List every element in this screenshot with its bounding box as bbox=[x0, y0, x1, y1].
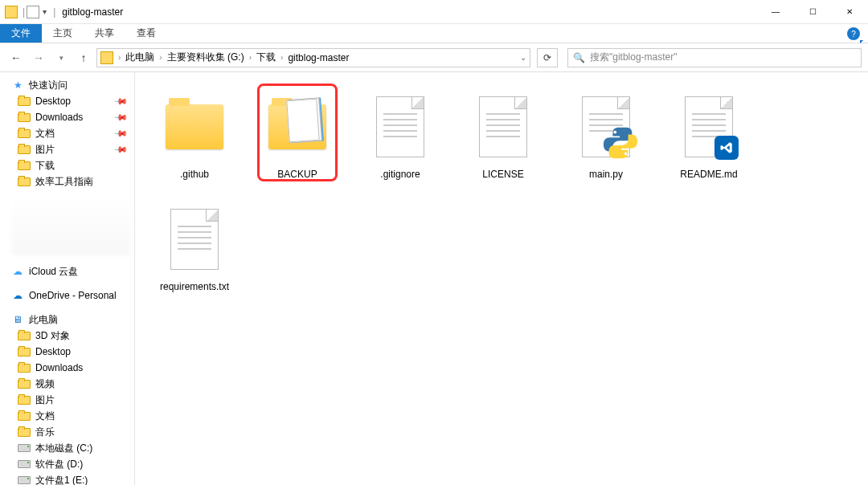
maximize-button[interactable]: ☐ bbox=[794, 0, 831, 24]
search-placeholder: 搜索"gitblog-master" bbox=[590, 51, 678, 64]
chevron-right-icon[interactable]: › bbox=[159, 53, 162, 62]
file-item[interactable]: LICENSE bbox=[452, 84, 555, 196]
refresh-button[interactable]: ⟳ bbox=[537, 48, 558, 67]
sidebar-item[interactable]: 视频 bbox=[0, 376, 134, 392]
folder-icon bbox=[166, 104, 223, 149]
search-icon: 🔍 bbox=[573, 52, 585, 63]
svg-point-1 bbox=[624, 153, 628, 156]
navigation-bar: ← → ▾ ↑ › 此电脑 › 主要资料收集 (G:) › 下载 › gitbl… bbox=[0, 43, 868, 72]
svg-point-0 bbox=[613, 131, 616, 134]
sidebar-item[interactable]: Desktop bbox=[0, 344, 134, 360]
sidebar-item[interactable]: 文件盘1 (E:) bbox=[0, 472, 134, 485]
quick-access-toolbar: ▾ bbox=[27, 6, 51, 18]
folder-icon bbox=[18, 364, 31, 373]
pc-icon: 🖥 bbox=[11, 313, 24, 326]
ribbon-tabs: 文件 主页 共享 查看 ? bbox=[0, 24, 868, 43]
file-label: main.py bbox=[589, 169, 623, 180]
folder-icon bbox=[5, 6, 18, 18]
tab-file[interactable]: 文件 bbox=[0, 24, 42, 43]
sidebar-item[interactable]: 效率工具指南 bbox=[0, 173, 134, 190]
file-item[interactable]: BACKUP bbox=[246, 84, 349, 196]
sidebar-item[interactable]: Downloads📌 bbox=[0, 109, 134, 125]
file-label: .github bbox=[180, 169, 209, 180]
folder-icon bbox=[18, 177, 31, 186]
search-input[interactable]: 🔍 搜索"gitblog-master" bbox=[567, 48, 862, 67]
file-item[interactable]: requirements.txt bbox=[143, 196, 246, 308]
crumb-downloads[interactable]: 下载 bbox=[253, 49, 279, 66]
folder-icon bbox=[18, 113, 31, 122]
sidebar-onedrive[interactable]: ☁OneDrive - Personal bbox=[0, 287, 134, 304]
file-icon bbox=[170, 209, 219, 270]
crumb-pc[interactable]: 此电脑 bbox=[122, 49, 158, 66]
title-bar: | ▾ | gitblog-master — ☐ ✕ bbox=[0, 0, 868, 24]
chevron-right-icon[interactable]: › bbox=[118, 53, 121, 62]
file-item[interactable]: README.md bbox=[657, 84, 760, 196]
sidebar-quick-access[interactable]: ★快速访问 bbox=[0, 77, 134, 93]
tab-view[interactable]: 查看 bbox=[125, 24, 167, 43]
folder-icon bbox=[18, 145, 31, 154]
tab-home[interactable]: 主页 bbox=[42, 24, 84, 43]
close-button[interactable]: ✕ bbox=[831, 0, 868, 24]
up-button[interactable]: ↑ bbox=[74, 48, 93, 67]
tab-share[interactable]: 共享 bbox=[84, 24, 125, 43]
cloud-icon: ☁ bbox=[11, 265, 24, 278]
star-icon: ★ bbox=[11, 79, 24, 92]
sidebar-this-pc[interactable]: 🖥此电脑 bbox=[0, 312, 134, 328]
title-sep2: | bbox=[53, 6, 55, 18]
file-item[interactable]: main.py bbox=[555, 84, 657, 196]
sidebar-icloud[interactable]: ☁iCloud 云盘 bbox=[0, 263, 134, 279]
forward-button[interactable]: → bbox=[29, 48, 48, 67]
sidebar-item[interactable]: 图片 bbox=[0, 392, 134, 408]
sidebar-item[interactable]: 下载 bbox=[0, 157, 134, 173]
onedrive-icon: ☁ bbox=[11, 289, 24, 302]
folder-icon bbox=[18, 412, 31, 421]
folder-icon bbox=[100, 51, 113, 64]
address-bar[interactable]: › 此电脑 › 主要资料收集 (G:) › 下载 › gitblog-maste… bbox=[96, 48, 530, 67]
pin-icon: 📌 bbox=[113, 93, 128, 108]
file-icon bbox=[582, 96, 630, 157]
file-label: .gitignore bbox=[380, 169, 420, 180]
crumb-drive[interactable]: 主要资料收集 (G:) bbox=[164, 49, 248, 66]
navigation-pane: ★快速访问 Desktop📌Downloads📌文档📌图片📌下载效率工具指南 ☁… bbox=[0, 72, 135, 485]
back-button[interactable]: ← bbox=[6, 48, 26, 67]
title-sep: | bbox=[23, 6, 25, 18]
qat-slot[interactable] bbox=[27, 6, 39, 18]
sidebar-item[interactable]: 软件盘 (D:) bbox=[0, 456, 134, 472]
qat-dropdown-icon[interactable]: ▾ bbox=[43, 7, 47, 16]
chevron-right-icon[interactable]: › bbox=[249, 53, 252, 62]
folder-icon bbox=[18, 380, 31, 389]
file-item[interactable]: .gitignore bbox=[349, 84, 452, 196]
recent-dropdown-icon[interactable]: ▾ bbox=[51, 48, 71, 67]
address-dropdown-icon[interactable]: ⌄ bbox=[520, 53, 526, 62]
folder-icon bbox=[18, 332, 31, 340]
sidebar-item[interactable]: 文档 bbox=[0, 408, 134, 424]
folder-icon bbox=[18, 129, 31, 138]
drive-icon bbox=[18, 460, 31, 468]
window-title: gitblog-master bbox=[62, 6, 123, 18]
vscode-icon bbox=[714, 136, 739, 160]
file-icon bbox=[479, 96, 527, 157]
sidebar-item[interactable]: Desktop📌 bbox=[0, 93, 134, 109]
minimize-button[interactable]: — bbox=[757, 0, 794, 24]
file-item[interactable]: .github bbox=[143, 84, 246, 196]
sidebar-item[interactable]: 音乐 bbox=[0, 424, 134, 440]
folder-icon bbox=[18, 161, 31, 170]
folder-icon bbox=[18, 348, 31, 357]
folder-icon bbox=[268, 104, 326, 149]
file-label: requirements.txt bbox=[160, 281, 229, 292]
file-label: BACKUP bbox=[277, 169, 317, 180]
chevron-right-icon[interactable]: › bbox=[280, 53, 283, 62]
help-dropdown-icon[interactable]: ? bbox=[847, 27, 860, 40]
sidebar-item[interactable]: 3D 对象 bbox=[0, 328, 134, 344]
file-list-pane[interactable]: .githubBACKUP.gitignoreLICENSEmain.pyREA… bbox=[135, 72, 868, 485]
sidebar-item[interactable]: 图片📌 bbox=[0, 141, 134, 157]
file-label: README.md bbox=[680, 169, 737, 180]
sidebar-item[interactable]: 本地磁盘 (C:) bbox=[0, 440, 134, 456]
file-icon bbox=[685, 96, 733, 157]
folder-icon bbox=[18, 97, 31, 106]
python-icon bbox=[602, 124, 639, 161]
crumb-current[interactable]: gitblog-master bbox=[285, 51, 352, 65]
sidebar-item[interactable]: Downloads bbox=[0, 360, 134, 376]
file-label: LICENSE bbox=[482, 169, 523, 180]
sidebar-item[interactable]: 文档📌 bbox=[0, 125, 134, 141]
